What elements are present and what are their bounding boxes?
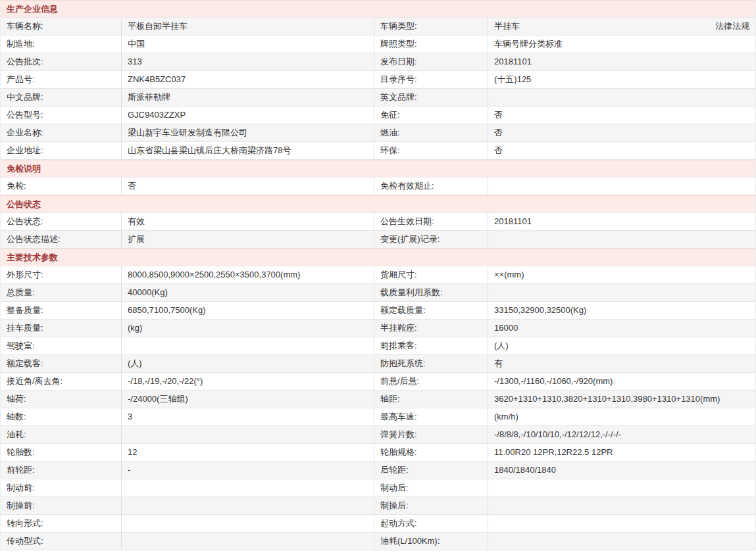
field-value-text: 16000 bbox=[494, 320, 518, 337]
field-value: (人) bbox=[122, 355, 374, 372]
field-value: 40000(Kg) bbox=[122, 284, 374, 301]
field-value-text: 否 bbox=[494, 124, 503, 141]
field-value: 20181101 bbox=[488, 213, 755, 230]
field-value: 有效 bbox=[122, 213, 374, 230]
section-header: 主要技术参数 bbox=[1, 249, 755, 266]
field-label: 英文品牌: bbox=[374, 89, 488, 106]
field-value: 33150,32900,32500(Kg) bbox=[488, 302, 755, 319]
field-value: 3 bbox=[122, 408, 374, 425]
table-row: 产品号:ZNK4B5ZC037目录序号:(十五)125 bbox=[1, 71, 755, 89]
field-label: 油耗: bbox=[1, 426, 122, 443]
field-label: 额定载质量: bbox=[374, 302, 488, 319]
table-row: 前轮距:-后轮距:1840/1840/1840 bbox=[1, 462, 755, 479]
table-row: 公告状态:有效公告生效日期:20181101 bbox=[1, 213, 755, 231]
field-label: 载质量利用系数: bbox=[374, 284, 488, 301]
field-label: 变更(扩展)记录: bbox=[374, 231, 488, 248]
field-label: 目录序号: bbox=[374, 71, 488, 88]
field-value: - bbox=[122, 462, 374, 479]
field-value-text: -/1300,-/1160,-/1060,-/920(mm) bbox=[494, 373, 613, 390]
field-value-text: (十五)125 bbox=[494, 71, 531, 88]
field-label: 产品号: bbox=[1, 71, 122, 88]
field-value bbox=[488, 284, 755, 301]
section-header: 公告状态 bbox=[1, 195, 755, 213]
table-row: 接近角/离去角:-/18,-/19,-/20,-/22(°)前悬/后悬:-/13… bbox=[1, 373, 755, 391]
field-label: 总质量: bbox=[1, 284, 122, 301]
field-value: (km/h) bbox=[488, 408, 755, 425]
field-value-text: 3620+1310+1310,3820+1310+1310,3980+1310+… bbox=[494, 391, 720, 408]
field-label: 公告状态: bbox=[1, 213, 122, 230]
field-value bbox=[122, 533, 374, 550]
table-row: 中文品牌:斯派菲勒牌英文品牌: bbox=[1, 89, 755, 107]
field-value bbox=[122, 426, 374, 443]
field-value: 平板自卸半挂车 bbox=[122, 18, 374, 35]
field-value bbox=[488, 515, 755, 532]
field-value-text: 1840/1840/1840 bbox=[494, 462, 556, 479]
field-label: 车辆类型: bbox=[374, 18, 488, 35]
field-value-text: (km/h) bbox=[494, 408, 518, 425]
field-label: 前轮距: bbox=[1, 462, 122, 479]
field-label: 环保: bbox=[374, 142, 488, 159]
table-row: 制操前:制操后: bbox=[1, 497, 755, 515]
field-value-text: -/8/8/8,-/10/10/10,-/12/12/12,-/-/-/- bbox=[494, 426, 621, 443]
table-row: 驾驶室:前排乘客:(人) bbox=[1, 337, 755, 355]
field-value bbox=[122, 497, 374, 514]
table-row: 总质量:40000(Kg)载质量利用系数: bbox=[1, 284, 755, 302]
legal-regulations-link[interactable]: 法律法规 bbox=[715, 18, 749, 35]
field-value: ××(mm) bbox=[488, 266, 755, 283]
field-value: 8000,8500,9000×2500,2550×3500,3700(mm) bbox=[122, 266, 374, 283]
field-label: 轴荷: bbox=[1, 391, 122, 408]
section-title: 主要技术参数 bbox=[7, 252, 58, 262]
field-value bbox=[488, 231, 755, 248]
field-value bbox=[122, 515, 374, 532]
field-label: 防抱死系统: bbox=[374, 355, 488, 372]
field-label: 额定载客: bbox=[1, 355, 122, 372]
field-value-text: 33150,32900,32500(Kg) bbox=[494, 302, 586, 319]
field-value-text: (人) bbox=[494, 337, 509, 354]
field-label: 转向形式: bbox=[1, 515, 122, 532]
field-value-text: 11.00R20 12PR,12R22.5 12PR bbox=[494, 444, 613, 461]
field-label: 发布日期: bbox=[374, 53, 488, 70]
field-label: 驾驶室: bbox=[1, 337, 122, 354]
field-label: 制动前: bbox=[1, 479, 122, 496]
field-value: 20181101 bbox=[488, 53, 755, 70]
field-value: -/1300,-/1160,-/1060,-/920(mm) bbox=[488, 373, 755, 390]
field-value: 否 bbox=[122, 178, 374, 195]
field-label: 货厢尺寸: bbox=[374, 266, 488, 283]
table-row: 传动型式:油耗(L/100Km): bbox=[1, 533, 755, 550]
field-value: 3620+1310+1310,3820+1310+1310,3980+1310+… bbox=[488, 391, 755, 408]
field-label: 公告批次: bbox=[1, 53, 122, 70]
field-value: 否 bbox=[488, 142, 755, 159]
field-value: (人) bbox=[488, 337, 755, 354]
table-row: 公告批次:313发布日期:20181101 bbox=[1, 53, 755, 71]
table-row: 轴数:3最高车速:(km/h) bbox=[1, 408, 755, 426]
field-value: (kg) bbox=[122, 320, 374, 337]
field-value: 山东省梁山县梁山镇后庄大桥南梁济路78号 bbox=[122, 142, 374, 159]
table-row: 制造地:中国牌照类型:车辆号牌分类标准 bbox=[1, 36, 755, 53]
field-value: 有 bbox=[488, 355, 755, 372]
field-value: 1840/1840/1840 bbox=[488, 462, 755, 479]
table-row: 公告型号:GJC9403ZZXP免征:否 bbox=[1, 107, 755, 124]
field-value bbox=[488, 533, 755, 550]
field-value: 中国 bbox=[122, 36, 374, 53]
field-value: 否 bbox=[488, 124, 755, 141]
field-label: 公告型号: bbox=[1, 107, 122, 124]
field-value: 否 bbox=[488, 107, 755, 124]
field-label: 后轮距: bbox=[374, 462, 488, 479]
field-label: 制动后: bbox=[374, 479, 488, 496]
field-label: 前排乘客: bbox=[374, 337, 488, 354]
field-value: ZNK4B5ZC037 bbox=[122, 71, 374, 88]
field-value-text: 20181101 bbox=[494, 53, 532, 70]
field-label: 起动方式: bbox=[374, 515, 488, 532]
field-value bbox=[488, 178, 755, 195]
table-row: 挂车质量:(kg)半挂鞍座:16000 bbox=[1, 320, 755, 337]
field-label: 企业名称: bbox=[1, 124, 122, 141]
field-value: 半挂车法律法规 bbox=[488, 18, 755, 35]
field-label: 轮胎数: bbox=[1, 444, 122, 461]
table-row: 企业地址:山东省梁山县梁山镇后庄大桥南梁济路78号环保:否 bbox=[1, 142, 755, 160]
section-header: 免检说明 bbox=[1, 160, 755, 178]
field-label: 免征: bbox=[374, 107, 488, 124]
field-value-text: 有 bbox=[494, 355, 503, 372]
table-row: 车辆名称:平板自卸半挂车车辆类型:半挂车法律法规 bbox=[1, 18, 755, 36]
field-label: 燃油: bbox=[374, 124, 488, 141]
field-label: 挂车质量: bbox=[1, 320, 122, 337]
